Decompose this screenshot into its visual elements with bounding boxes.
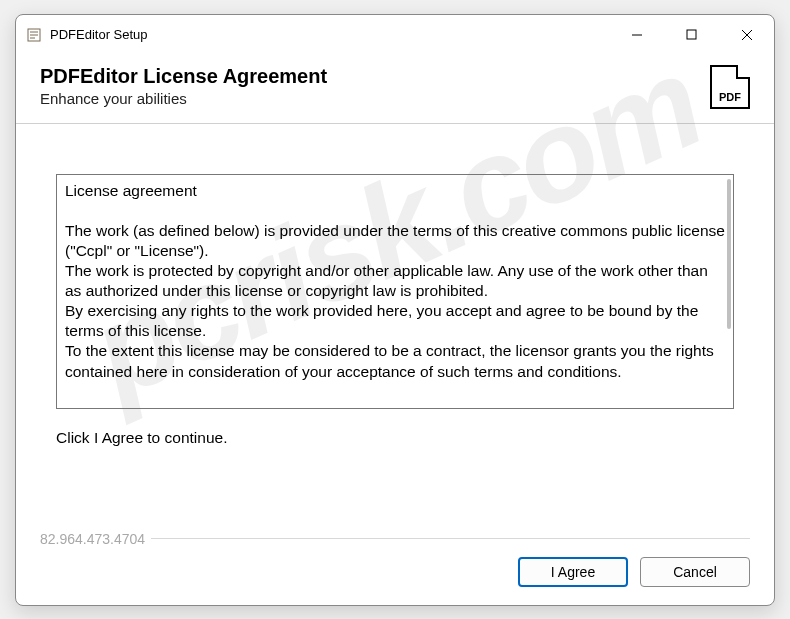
page-subtitle: Enhance your abilities bbox=[40, 90, 700, 107]
pdf-icon-label: PDF bbox=[719, 91, 741, 103]
agree-button-label: I Agree bbox=[551, 564, 595, 580]
license-heading: License agreement bbox=[65, 181, 725, 201]
agree-button[interactable]: I Agree bbox=[518, 557, 628, 587]
license-paragraph: By exercising any rights to the work pro… bbox=[65, 301, 725, 341]
footer-buttons: I Agree Cancel bbox=[16, 557, 774, 605]
window-title: PDFEditor Setup bbox=[50, 27, 148, 42]
content-area: License agreement The work (as defined b… bbox=[16, 124, 774, 525]
footer-divider bbox=[151, 538, 750, 539]
license-text-box[interactable]: License agreement The work (as defined b… bbox=[56, 174, 734, 409]
version-row: 82.964.473.4704 bbox=[16, 531, 774, 547]
titlebar: PDFEditor Setup bbox=[16, 15, 774, 55]
close-button[interactable] bbox=[719, 15, 774, 55]
app-icon bbox=[26, 27, 42, 43]
pdf-file-icon: PDF bbox=[710, 65, 750, 109]
license-paragraph: The work (as defined below) is provided … bbox=[65, 221, 725, 261]
license-paragraph: The work is protected by copyright and/o… bbox=[65, 261, 725, 301]
header: PDFEditor License Agreement Enhance your… bbox=[16, 55, 774, 123]
version-label: 82.964.473.4704 bbox=[40, 531, 145, 547]
cancel-button[interactable]: Cancel bbox=[640, 557, 750, 587]
license-paragraph: To the extent this license may be consid… bbox=[65, 341, 725, 381]
installer-window: PDFEditor Setup PDFEditor License Agreem… bbox=[15, 14, 775, 606]
svg-rect-2 bbox=[687, 30, 696, 39]
page-title: PDFEditor License Agreement bbox=[40, 65, 700, 88]
maximize-button[interactable] bbox=[664, 15, 719, 55]
scrollbar-thumb[interactable] bbox=[727, 179, 731, 329]
agree-prompt: Click I Agree to continue. bbox=[56, 429, 734, 447]
minimize-button[interactable] bbox=[609, 15, 664, 55]
window-controls bbox=[609, 15, 774, 55]
cancel-button-label: Cancel bbox=[673, 564, 717, 580]
